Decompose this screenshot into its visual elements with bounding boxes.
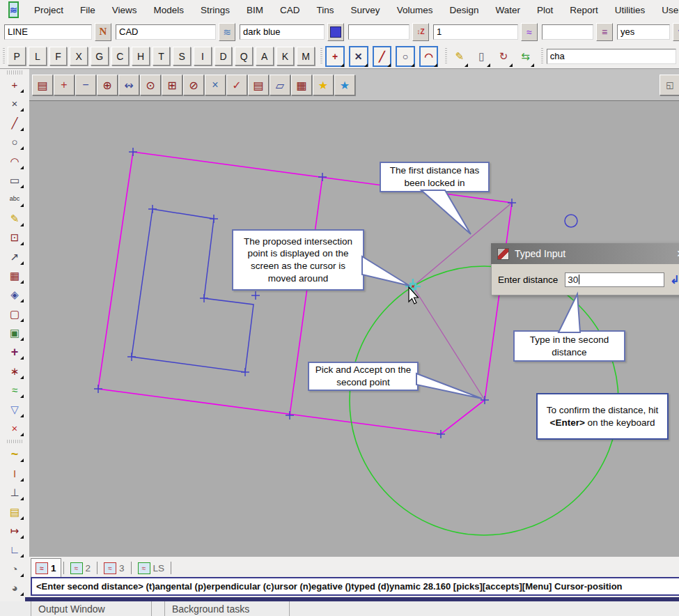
create-line-icon[interactable]: ╱ [6,115,24,131]
view-tab-ls[interactable]: ≈LS [134,559,169,577]
mode-button-I[interactable]: I [194,47,212,66]
mode-button-L[interactable]: L [29,47,47,66]
view-windows-icon[interactable]: ▦ [291,75,312,95]
image-icon[interactable]: ▣ [6,325,24,341]
section-icon[interactable]: ↦ [6,523,24,539]
draw-symbol-icon[interactable]: ✎ [6,210,24,226]
polygon-icon[interactable]: ▢ [6,306,24,322]
mode-button-D[interactable]: D [214,47,233,66]
menu-item-views[interactable]: Views [104,5,146,15]
mode-button-F[interactable]: F [49,47,68,66]
create-point-icon[interactable]: + [6,77,24,93]
intersection-snap-icon[interactable]: ✕ [349,46,368,67]
menu-item-utilities[interactable]: Utilities [607,5,654,15]
model-input[interactable] [116,24,216,40]
redraw-icon[interactable]: ✓ [226,75,247,95]
mode-button-G[interactable]: G [91,47,109,66]
layers-icon[interactable]: ≋ [219,23,235,41]
dropdown-icon[interactable]: ▼ [673,23,679,41]
page-snap-icon[interactable]: ▯ [472,47,490,66]
zoom-ratio-icon[interactable]: ⊙ [140,75,161,95]
menu-item-report[interactable]: Report [561,5,607,15]
rotate-snap-icon[interactable]: ↻ [494,47,513,66]
protractor-a-icon[interactable]: ◔ [6,561,24,577]
pan-icon[interactable]: ↭ [118,75,139,95]
new-view-icon[interactable]: ◱ [660,75,679,95]
swap-snap-icon[interactable]: ⇆ [517,47,535,66]
mode-button-C[interactable]: C [111,47,130,66]
mode-button-P[interactable]: P [8,47,26,66]
z-height-icon[interactable]: ↕Z [412,23,429,41]
mode-button-X[interactable]: X [70,47,88,66]
create-rectangle-icon[interactable]: ▭ [6,172,24,188]
view-tab-2[interactable]: ≈2 [66,559,95,577]
colour-input[interactable] [240,24,325,40]
symbols-icon[interactable]: ◈ [6,286,24,302]
plot-icon[interactable]: ▤ [248,75,269,95]
measure-icon[interactable]: ↗ [6,249,24,265]
create-text-icon[interactable]: abc [6,191,24,207]
zoom-extents-icon[interactable]: ⊕ [97,75,118,95]
menu-item-volumes[interactable]: Volumes [389,5,442,15]
menu-item-tins[interactable]: Tins [309,5,343,15]
corner-icon[interactable]: ∟ [6,541,24,557]
close-icon[interactable]: ✕ [676,248,679,259]
freehand-icon[interactable]: ~ [6,446,24,462]
line-snap-icon[interactable]: ╱ [373,46,392,67]
intersect-icon[interactable]: × [6,95,24,111]
toolbar-grip[interactable] [320,48,323,65]
menu-item-project[interactable]: Project [26,5,72,15]
breakline-input[interactable] [617,24,670,40]
menu-item-design[interactable]: Design [441,5,487,15]
panel-tab-output-window[interactable]: Output Window [31,601,152,616]
menu-item-plot[interactable]: Plot [529,5,561,15]
menu-item-models[interactable]: Models [145,5,192,15]
zoom-fit-icon[interactable]: ⊞ [162,75,182,95]
command-input[interactable] [547,49,676,64]
circle-snap-icon[interactable]: ○ [396,46,415,67]
shortcuts-icon[interactable]: ★ [334,75,355,95]
move-icon[interactable]: + [6,344,24,360]
mode-button-Q[interactable]: Q [235,47,253,66]
view-tab-1[interactable]: ≈1 [31,558,61,577]
point-snap-icon[interactable]: + [325,46,345,67]
arc-snap-icon[interactable]: ◠ [419,46,439,67]
linestyle-input[interactable] [542,24,593,40]
zoom-in-icon[interactable]: + [54,75,75,95]
menu-item-bim[interactable]: BIM [238,5,272,15]
pencil-snap-icon[interactable]: ✎ [451,47,469,66]
view-menu-icon[interactable]: ▤ [32,75,53,95]
command-status-bar[interactable]: <Enter second distance> (t)angental (p)e… [31,577,679,596]
name-toggle-button[interactable]: N [95,23,111,41]
trace-icon[interactable]: ∗ [6,363,24,379]
menu-item-strings[interactable]: Strings [192,5,238,15]
segments-icon[interactable]: ≈ [6,382,24,398]
survey-icon[interactable]: ⊥ [6,484,24,500]
colour-swatch-button[interactable] [327,23,344,41]
toolbar-grip[interactable] [7,70,22,75]
view-tab-3[interactable]: ≈3 [100,559,129,577]
linestyle-icon[interactable]: ≡ [596,23,613,41]
toolbar-grip[interactable] [2,48,6,65]
typed-enter-icon[interactable]: ↲ [670,273,679,286]
zoom-out-icon[interactable]: − [75,75,96,95]
mode-button-H[interactable]: H [132,47,150,66]
create-arc-icon[interactable]: ◠ [6,153,24,169]
mode-button-M[interactable]: M [297,47,315,66]
toolbar-grip[interactable] [540,48,544,65]
height-input[interactable] [348,24,409,40]
delete-icon[interactable]: × [6,420,24,436]
protractor-b-icon[interactable]: ◕ [6,580,24,596]
zoom-previous-icon[interactable]: ⊘ [183,75,204,95]
menu-item-survey[interactable]: Survey [343,5,389,15]
mode-button-T[interactable]: T [153,47,171,66]
mode-button-A[interactable]: A [256,47,274,66]
copy-view-icon[interactable]: ▱ [270,75,290,95]
mode-button-K[interactable]: K [276,47,295,66]
point-symbol-icon[interactable]: ⊡ [6,229,24,245]
shield-icon[interactable]: ▽ [6,401,24,417]
snap-toggle-icon[interactable]: × [205,75,226,95]
menu-item-file[interactable]: File [72,5,104,15]
menu-item-water[interactable]: Water [487,5,529,15]
menu-item-user[interactable]: User [653,5,679,15]
